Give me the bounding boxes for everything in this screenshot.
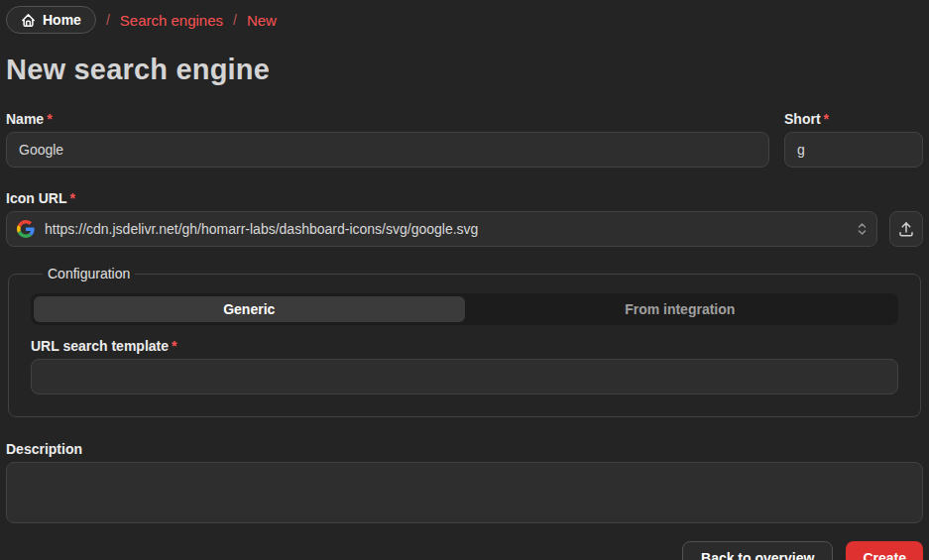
description-field-group: Description xyxy=(6,441,923,526)
icon-url-row xyxy=(6,211,923,247)
create-button[interactable]: Create xyxy=(846,541,923,560)
tab-generic[interactable]: Generic xyxy=(34,296,465,322)
icon-url-input[interactable] xyxy=(6,211,877,247)
name-field-group: Name* xyxy=(6,111,769,168)
name-label: Name* xyxy=(6,111,769,127)
url-template-field-group: URL search template* xyxy=(31,338,898,394)
description-label: Description xyxy=(6,441,923,457)
required-asterisk: * xyxy=(69,190,74,206)
name-short-row: Name* Short* xyxy=(6,111,923,168)
breadcrumb-separator: / xyxy=(106,12,110,28)
configuration-legend: Configuration xyxy=(43,266,135,281)
description-textarea[interactable] xyxy=(6,462,923,523)
icon-url-label: Icon URL* xyxy=(6,190,923,206)
short-label: Short* xyxy=(784,111,923,127)
footer-actions: Back to overview Create xyxy=(6,541,923,560)
breadcrumb-home-label: Home xyxy=(43,12,81,28)
configuration-fieldset: Configuration Generic From integration U… xyxy=(8,266,921,417)
upload-icon-button[interactable] xyxy=(889,211,923,247)
breadcrumb-home-button[interactable]: Home xyxy=(6,6,96,34)
breadcrumb: Home / Search engines / New xyxy=(6,5,923,35)
page-title: New search engine xyxy=(6,54,923,86)
icon-url-field-group: Icon URL* xyxy=(6,190,923,247)
short-input[interactable] xyxy=(784,132,923,168)
home-icon xyxy=(21,13,36,28)
required-asterisk: * xyxy=(47,111,52,127)
upload-icon xyxy=(897,220,915,238)
tab-from-integration[interactable]: From integration xyxy=(465,296,896,322)
page-container: Home / Search engines / New New search e… xyxy=(0,0,929,560)
configuration-segmented-control: Generic From integration xyxy=(31,293,898,325)
icon-url-input-wrap xyxy=(6,211,877,247)
breadcrumb-link-search-engines[interactable]: Search engines xyxy=(120,12,223,29)
required-asterisk: * xyxy=(824,111,829,127)
url-template-input[interactable] xyxy=(31,359,898,394)
required-asterisk: * xyxy=(172,338,176,354)
back-to-overview-button[interactable]: Back to overview xyxy=(682,541,833,560)
url-template-label: URL search template* xyxy=(31,338,898,354)
short-field-group: Short* xyxy=(784,111,923,168)
breadcrumb-separator: / xyxy=(233,12,237,28)
name-input[interactable] xyxy=(6,132,769,168)
breadcrumb-link-new[interactable]: New xyxy=(247,12,277,29)
